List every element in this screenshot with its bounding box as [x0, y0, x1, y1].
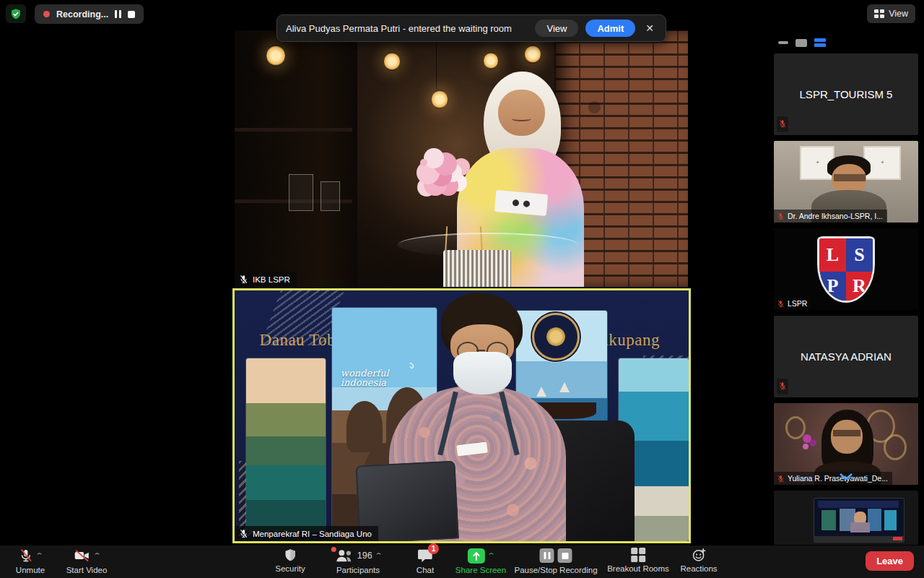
stop-recording-icon[interactable]	[557, 548, 572, 563]
main-video-ikb-lspr[interactable]: IKB LSPR	[235, 30, 688, 287]
participant-tile[interactable]: NATASYA ADRIAN	[774, 316, 918, 397]
participant-tile[interactable]: ✦ ✦ Dr. Andre Ikhsano-LSPR, I...	[774, 141, 918, 223]
participants-icon	[335, 549, 354, 563]
participants-count: 196	[357, 551, 372, 561]
video-name-label: IKB LSPR	[235, 272, 297, 287]
glass-vase	[321, 181, 340, 211]
security-button[interactable]: Security	[275, 548, 305, 573]
mic-off-icon	[19, 548, 33, 563]
table-pedestal	[443, 250, 511, 287]
glass-vase	[289, 174, 313, 212]
gallery-strip-icon[interactable]	[814, 38, 826, 47]
participant-name-label: Yuliana R. Prasetyawati_De...	[774, 472, 892, 485]
wonderful-indonesia-logo: wonderful indonesia	[341, 368, 389, 388]
camera-off-icon	[74, 548, 91, 563]
hanging-bulb	[266, 45, 285, 66]
stop-recording-icon[interactable]	[128, 11, 135, 18]
admit-button[interactable]: Admit	[585, 20, 635, 37]
start-video-button[interactable]: ⌃ Start Video	[66, 548, 108, 574]
share-screen-icon	[468, 548, 485, 564]
mic-muted-icon	[239, 529, 248, 538]
share-screen-button[interactable]: ⌃ Share Screen	[456, 548, 506, 574]
participant-tile[interactable]: LSPR_TOURISM 5	[774, 53, 918, 135]
pause-recording-icon[interactable]	[539, 548, 554, 563]
participant-tile[interactable]: Yuliana R. Prasetyawati_De...	[774, 403, 918, 485]
notification-view-button[interactable]: View	[535, 20, 578, 37]
participant-name-label: LSPR	[774, 297, 811, 310]
unmute-button[interactable]: ⌃ Unmute	[16, 548, 45, 574]
mic-muted-icon	[239, 275, 248, 284]
waiting-room-notification: Aliva Pudyas Permata Putri - entered the…	[276, 14, 666, 42]
chevron-down-icon[interactable]	[839, 470, 853, 483]
meeting-info-shield[interactable]	[6, 4, 26, 23]
studio-cabinet	[235, 30, 359, 287]
shared-screen-preview-tile[interactable]	[774, 491, 918, 545]
hanging-bulb	[432, 90, 448, 109]
presence-dot	[331, 547, 336, 552]
recording-label: Recording...	[56, 9, 108, 20]
breakout-rooms-button[interactable]: Breakout Rooms	[607, 548, 669, 573]
security-check-icon	[10, 8, 22, 20]
reactions-button[interactable]: Reactions	[680, 548, 717, 573]
script-paper	[494, 190, 549, 216]
glasses-icon	[834, 174, 866, 181]
shield-icon	[284, 548, 297, 562]
meeting-preview-thumbnail	[814, 499, 904, 542]
mic-muted-icon	[777, 379, 788, 394]
reactions-smiley-icon	[692, 548, 706, 562]
participants-strip: LSPR_TOURISM 5 ✦ ✦ Dr. Andre Ikhsano-LSP…	[768, 32, 924, 549]
view-label: View	[889, 9, 908, 19]
participant-name-label: Dr. Andre Ikhsano-LSPR, I...	[774, 210, 887, 223]
notification-message: Aliva Pudyas Permata Putri - entered the…	[286, 23, 528, 34]
flower-bouquet	[420, 159, 427, 166]
poster-danau-toba	[246, 358, 326, 531]
purple-flower	[803, 434, 811, 443]
active-speaker-video-sandiaga-uno[interactable]: Danau Toba M Likupang wonderful indonesi…	[232, 288, 691, 543]
pause-recording-icon[interactable]	[115, 10, 121, 18]
mic-muted-icon	[777, 475, 785, 483]
pause-stop-recording-button[interactable]: Pause/Stop Recording	[514, 548, 597, 574]
video-name-label: Menparekraf RI – Sandiaga Uno	[235, 526, 378, 541]
speaker-view-icon[interactable]	[796, 39, 807, 47]
unmute-options-caret[interactable]: ⌃	[35, 552, 43, 559]
gallery-grid-icon	[874, 9, 884, 18]
close-icon[interactable]: ✕	[642, 22, 657, 34]
recording-dot-icon	[43, 11, 50, 17]
chat-unread-badge: 1	[428, 543, 439, 554]
meeting-toolbar: ⌃ Unmute ⌃ Start Video Security	[0, 545, 924, 578]
share-options-caret[interactable]: ⌃	[487, 552, 495, 559]
participant-tile[interactable]: L S P R LSPR	[774, 228, 918, 310]
participant-name: NATASYA ADRIAN	[774, 316, 918, 397]
banner-danau-toba: Danau Toba	[260, 331, 344, 350]
glasses-icon	[833, 430, 860, 436]
recording-indicator: Recording...	[35, 4, 144, 24]
minimize-strip-icon[interactable]	[778, 41, 788, 44]
face-mask	[453, 352, 512, 394]
lspr-crest-logo: L S P R	[817, 236, 875, 303]
kemenparekraf-seal	[532, 313, 580, 361]
strip-view-controls	[778, 38, 826, 48]
mic-muted-icon	[777, 300, 785, 308]
video-options-caret[interactable]: ⌃	[92, 552, 101, 559]
breakout-rooms-icon	[631, 548, 645, 562]
presenter-face	[498, 90, 544, 136]
participants-button[interactable]: 196 ⌃ Participants	[335, 548, 381, 574]
mic-muted-icon	[777, 212, 785, 220]
participant-name: LSPR_TOURISM 5	[774, 53, 918, 135]
bird-swirl-icon: ᭡	[399, 359, 414, 376]
hanging-bulb	[525, 45, 541, 64]
mic-muted-icon	[777, 116, 788, 132]
participants-caret[interactable]: ⌃	[374, 552, 383, 559]
chat-button[interactable]: 1 Chat	[417, 548, 434, 574]
view-layout-button[interactable]: View	[867, 4, 915, 23]
leave-button[interactable]: Leave	[866, 551, 914, 571]
